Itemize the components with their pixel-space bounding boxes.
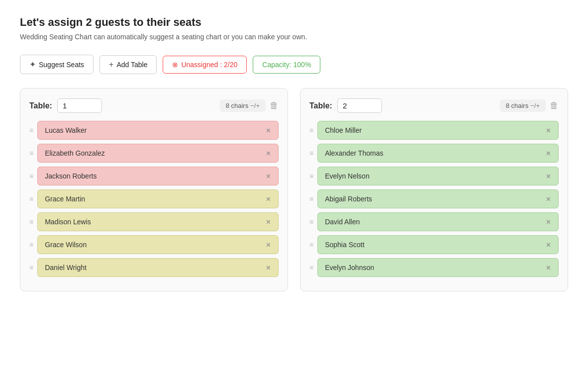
table-name-input-2[interactable] <box>337 98 382 113</box>
delete-table-button-2[interactable]: 🗑 <box>550 100 559 111</box>
seat-name: Grace Martin <box>45 195 263 203</box>
remove-seat-button[interactable]: ✕ <box>546 241 551 249</box>
drag-handle-icon[interactable]: ≡ <box>309 172 313 180</box>
drag-handle-icon[interactable]: ≡ <box>29 172 33 180</box>
table-label-1: Table: <box>29 101 52 110</box>
seat-row: ≡Lucas Walker✕ <box>29 121 279 140</box>
seat-chip: Daniel Wright✕ <box>37 258 279 277</box>
seat-chip: Grace Martin✕ <box>37 189 279 208</box>
drag-handle-icon[interactable]: ≡ <box>309 126 313 134</box>
drag-handle-icon[interactable]: ≡ <box>309 241 313 249</box>
chairs-adj-button[interactable]: −/+ <box>250 102 260 109</box>
seat-name: Chloe Miller <box>325 126 543 134</box>
seat-chip: Evelyn Nelson✕ <box>317 167 559 185</box>
seat-chip: Alexander Thomas✕ <box>317 144 559 163</box>
seat-row: ≡Alexander Thomas✕ <box>309 144 559 163</box>
seat-name: Elizabeth Gonzalez <box>45 149 263 157</box>
seat-row: ≡Madison Lewis✕ <box>29 212 279 231</box>
chairs-adj-button[interactable]: −/+ <box>530 102 540 109</box>
drag-handle-icon[interactable]: ≡ <box>29 241 33 249</box>
seat-chip: David Allen✕ <box>317 212 559 231</box>
seat-row: ≡Sophia Scott✕ <box>309 235 559 254</box>
seat-name: Madison Lewis <box>45 218 263 226</box>
seat-name: Sophia Scott <box>325 241 543 249</box>
remove-seat-button[interactable]: ✕ <box>266 264 271 272</box>
drag-handle-icon[interactable]: ≡ <box>29 149 33 157</box>
drag-handle-icon[interactable]: ≡ <box>29 218 33 226</box>
seat-row: ≡Grace Martin✕ <box>29 189 279 208</box>
unassigned-icon: ⊗ <box>172 61 178 69</box>
drag-handle-icon[interactable]: ≡ <box>309 218 313 226</box>
seat-chip: Grace Wilson✕ <box>37 235 279 254</box>
unassigned-badge: ⊗ Unassigned : 2/20 <box>163 56 247 74</box>
remove-seat-button[interactable]: ✕ <box>266 127 271 134</box>
seat-chip: Evelyn Johnson✕ <box>317 258 559 277</box>
seat-name: Evelyn Nelson <box>325 172 543 180</box>
drag-handle-icon[interactable]: ≡ <box>29 126 33 134</box>
seat-chip: Chloe Miller✕ <box>317 121 559 140</box>
table-header-1: Table:8 chairs −/+🗑 <box>29 98 279 113</box>
chairs-count: 8 chairs <box>226 102 249 109</box>
seat-chip: Abigail Roberts✕ <box>317 189 559 208</box>
seat-chip: Lucas Walker✕ <box>37 121 279 140</box>
remove-seat-button[interactable]: ✕ <box>266 150 271 157</box>
tables-container: Table:8 chairs −/+🗑≡Lucas Walker✕≡Elizab… <box>20 88 568 291</box>
remove-seat-button[interactable]: ✕ <box>546 127 551 134</box>
seat-row: ≡Chloe Miller✕ <box>309 121 559 140</box>
remove-seat-button[interactable]: ✕ <box>546 264 551 272</box>
delete-table-button-1[interactable]: 🗑 <box>270 100 279 111</box>
seat-chip: Sophia Scott✕ <box>317 235 559 254</box>
seat-row: ≡Jackson Roberts✕ <box>29 167 279 185</box>
seat-row: ≡Evelyn Nelson✕ <box>309 167 559 185</box>
toolbar: ✦ Suggest Seats + Add Table ⊗ Unassigned… <box>20 55 568 74</box>
table-header-2: Table:8 chairs −/+🗑 <box>309 98 559 113</box>
suggest-seats-button[interactable]: ✦ Suggest Seats <box>20 55 94 74</box>
seat-row: ≡Daniel Wright✕ <box>29 258 279 277</box>
table-name-input-1[interactable] <box>57 98 102 113</box>
table-card-1: Table:8 chairs −/+🗑≡Lucas Walker✕≡Elizab… <box>20 88 288 291</box>
seat-chip: Jackson Roberts✕ <box>37 167 279 185</box>
drag-handle-icon[interactable]: ≡ <box>29 195 33 203</box>
remove-seat-button[interactable]: ✕ <box>266 241 271 249</box>
seat-row: ≡Grace Wilson✕ <box>29 235 279 254</box>
seat-name: Grace Wilson <box>45 241 263 249</box>
remove-seat-button[interactable]: ✕ <box>546 195 551 203</box>
seat-row: ≡Elizabeth Gonzalez✕ <box>29 144 279 163</box>
seat-chip: Madison Lewis✕ <box>37 212 279 231</box>
remove-seat-button[interactable]: ✕ <box>266 218 271 226</box>
seat-chip: Elizabeth Gonzalez✕ <box>37 144 279 163</box>
seat-row: ≡Evelyn Johnson✕ <box>309 258 559 277</box>
sparkle-icon: ✦ <box>29 60 36 69</box>
seat-name: Lucas Walker <box>45 126 263 134</box>
drag-handle-icon[interactable]: ≡ <box>309 264 313 272</box>
add-table-button[interactable]: + Add Table <box>99 55 157 74</box>
remove-seat-button[interactable]: ✕ <box>546 218 551 226</box>
remove-seat-button[interactable]: ✕ <box>546 150 551 157</box>
seat-row: ≡Abigail Roberts✕ <box>309 189 559 208</box>
seat-name: Daniel Wright <box>45 264 263 272</box>
table-card-2: Table:8 chairs −/+🗑≡Chloe Miller✕≡Alexan… <box>300 88 568 291</box>
chairs-badge-1: 8 chairs −/+ <box>220 99 266 112</box>
capacity-badge: Capacity: 100% <box>253 56 320 74</box>
drag-handle-icon[interactable]: ≡ <box>309 195 313 203</box>
table-label-2: Table: <box>309 101 332 110</box>
chairs-count: 8 chairs <box>506 102 529 109</box>
seat-name: Abigail Roberts <box>325 195 543 203</box>
remove-seat-button[interactable]: ✕ <box>266 195 271 203</box>
seat-name: David Allen <box>325 218 543 226</box>
seat-row: ≡David Allen✕ <box>309 212 559 231</box>
drag-handle-icon[interactable]: ≡ <box>309 149 313 157</box>
page-title: Let's assign 2 guests to their seats <box>20 16 568 29</box>
plus-icon: + <box>109 60 113 69</box>
page-subtitle: Wedding Seating Chart can automatically … <box>20 33 568 41</box>
remove-seat-button[interactable]: ✕ <box>266 173 271 180</box>
drag-handle-icon[interactable]: ≡ <box>29 264 33 272</box>
seat-name: Evelyn Johnson <box>325 264 543 272</box>
seat-name: Alexander Thomas <box>325 149 543 157</box>
seat-name: Jackson Roberts <box>45 172 263 180</box>
remove-seat-button[interactable]: ✕ <box>546 173 551 180</box>
chairs-badge-2: 8 chairs −/+ <box>500 99 546 112</box>
